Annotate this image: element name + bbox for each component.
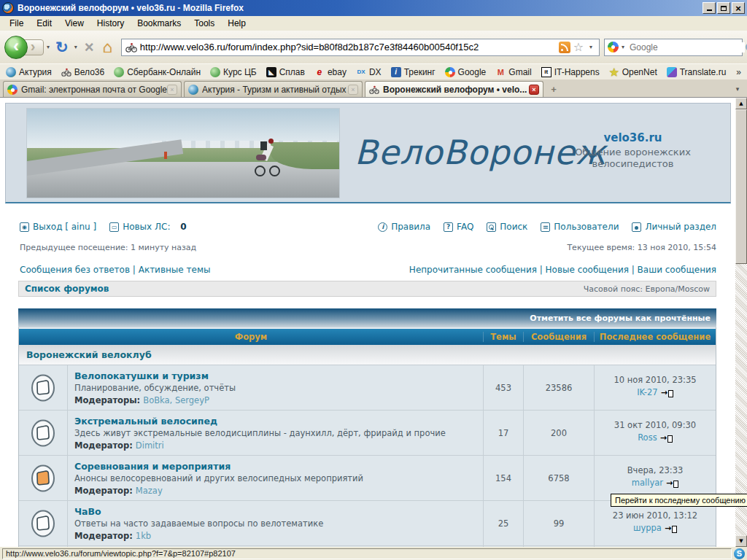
unanswered-active-links[interactable]: Сообщения без ответов | Активные темы <box>20 265 210 275</box>
tracking-icon <box>391 67 401 77</box>
mark-read-bar: Отметить все форумы как прочтённые <box>18 308 716 327</box>
bookmark-it-happens[interactable]: IT-Happens <box>541 67 600 77</box>
table-row: Экстремальный велосипед Здесь живут экст… <box>19 411 716 456</box>
site-subtitle: Общение воронежских велосипедистов <box>547 147 719 171</box>
forum-link[interactable]: Велопокатушки и туризм <box>74 370 209 381</box>
rules-link[interactable]: Правила <box>378 222 430 232</box>
last-post-date: Вчера, 23:33 <box>627 465 684 475</box>
menu-file[interactable]: File <box>3 17 30 30</box>
category-link[interactable]: Воронежский велоклуб <box>26 349 152 360</box>
goto-last-post-icon[interactable] <box>660 432 673 445</box>
close-button[interactable] <box>732 2 745 14</box>
bicycle-icon <box>61 67 71 77</box>
home-button[interactable] <box>98 38 117 57</box>
goto-last-post-icon[interactable] <box>665 523 677 535</box>
url-bar[interactable] <box>121 39 600 56</box>
menu-history[interactable]: History <box>90 17 131 30</box>
moderator-link[interactable]: Dimitri <box>136 440 164 451</box>
reload-button[interactable] <box>53 39 71 56</box>
goto-last-post-icon[interactable] <box>666 478 678 490</box>
topics-count: 25 <box>483 501 523 545</box>
bookmark-translate[interactable]: Translate.ru <box>667 67 727 77</box>
tab-veloforum-active[interactable]: Воронежский велофорум • velo... <box>365 81 543 97</box>
search-input[interactable] <box>627 42 745 52</box>
bookmark-gmail[interactable]: Gmail <box>495 67 531 77</box>
members-link[interactable]: Пользователи <box>541 222 619 232</box>
status-bar: http://www.velo36.ru/forum/viewtopic.php… <box>0 547 747 560</box>
url-input[interactable] <box>140 42 559 52</box>
bookmark-treking[interactable]: Трекинг <box>391 67 436 77</box>
ucp-link[interactable]: Личный раздел <box>632 222 716 232</box>
last-post-user-link[interactable]: IK-27 <box>637 387 658 397</box>
menu-bookmarks[interactable]: Bookmarks <box>131 17 187 30</box>
question-icon <box>444 222 453 232</box>
last-post-user-link[interactable]: шурра <box>633 523 662 533</box>
google-engine-icon[interactable] <box>608 42 619 52</box>
moderator-link[interactable]: Mazay <box>136 486 163 496</box>
globe-favicon-icon <box>188 85 198 95</box>
user-links-bar: Выход [ ainu ] Новых ЛС: 0 Правила FAQ П… <box>20 222 716 232</box>
forum-link[interactable]: Соревнования и мероприятия <box>74 461 231 472</box>
search-link[interactable]: Поиск <box>487 222 527 232</box>
minimize-button[interactable] <box>703 2 716 14</box>
vertical-scrollbar[interactable] <box>735 98 747 547</box>
url-dropdown-icon[interactable] <box>587 44 595 50</box>
bookmark-dx[interactable]: DX <box>356 67 382 77</box>
tab-list-dropdown-icon[interactable] <box>731 82 744 96</box>
faq-link[interactable]: FAQ <box>444 222 473 232</box>
logout-link[interactable]: Выход [ ainu ] <box>20 222 96 232</box>
tab-close-icon[interactable] <box>348 85 358 95</box>
moderator-link[interactable]: BoBka, SergeyP <box>143 395 209 405</box>
bookmark-velo36[interactable]: Вело36 <box>61 67 104 77</box>
tab-akturia[interactable]: Актурия - Туризм и активный отдых <box>184 81 363 97</box>
bookmark-star-icon[interactable] <box>570 40 587 54</box>
unread-new-your-links[interactable]: Непрочитанные сообщения | Новые сообщени… <box>409 265 716 275</box>
timezone-text: Часовой пояс: Европа/Moscow <box>584 284 710 294</box>
new-tab-button[interactable] <box>546 82 562 96</box>
mark-forums-read-link[interactable]: Отметить все форумы как прочтённые <box>530 314 711 323</box>
tab-close-icon[interactable] <box>529 85 539 95</box>
menu-help[interactable]: Help <box>221 17 252 30</box>
private-messages-link[interactable]: Новых ЛС: 0 <box>109 222 186 232</box>
last-post-user-link[interactable]: mallyar <box>632 478 663 488</box>
bookmark-kurs-cb[interactable]: Курс ЦБ <box>210 67 257 77</box>
forum-link[interactable]: Экстремальный велосипед <box>74 416 217 427</box>
bookmark-opennet[interactable]: OpenNet <box>609 67 657 77</box>
reload-dropdown-icon[interactable] <box>71 44 80 50</box>
goto-last-post-icon[interactable] <box>661 387 673 400</box>
bookmark-akturia[interactable]: Актурия <box>6 67 52 77</box>
menu-view[interactable]: View <box>58 17 90 30</box>
table-row: Вопрос - ответ <box>19 546 716 547</box>
menu-edit[interactable]: Edit <box>30 17 58 30</box>
moderator-link[interactable]: 1kb <box>136 531 151 541</box>
search-box[interactable] <box>604 39 743 56</box>
forum-link[interactable]: ЧаВо <box>74 506 101 517</box>
tab-close-icon[interactable] <box>167 85 177 95</box>
last-post-date: 23 июн 2010, 13:12 <box>613 510 697 521</box>
topics-count: 17 <box>483 411 523 455</box>
last-post-user-link[interactable]: Ross <box>638 432 657 443</box>
engine-dropdown-icon[interactable] <box>619 44 627 50</box>
skype-extension-icon[interactable] <box>734 548 745 559</box>
status-url-text: http://www.velo36.ru/forum/viewtopic.php… <box>2 548 732 559</box>
bookmarks-overflow-icon[interactable] <box>736 67 741 77</box>
bookmark-ebay[interactable]: ebay <box>314 67 347 77</box>
scroll-up-icon[interactable] <box>735 98 747 109</box>
stop-button[interactable] <box>80 38 98 57</box>
bookmark-splav[interactable]: Сплав <box>266 67 305 77</box>
header-posts: Сообщения <box>523 332 594 342</box>
board-index-link[interactable]: Список форумов <box>25 284 109 294</box>
rss-icon[interactable] <box>559 42 570 53</box>
user-icon <box>632 222 641 232</box>
tab-gmail[interactable]: Gmail: электронная почта от Google <box>3 81 182 97</box>
bookmark-google[interactable]: Google <box>445 67 487 77</box>
restore-button[interactable] <box>717 2 730 14</box>
scrollbar-thumb[interactable] <box>735 109 747 264</box>
it-happens-icon <box>541 67 551 77</box>
menu-tools[interactable]: Tools <box>187 17 221 30</box>
forum-table: Форум Темы Сообщения Последнее сообщение… <box>18 327 716 547</box>
back-button[interactable] <box>4 36 28 59</box>
scroll-down-icon[interactable] <box>735 535 747 547</box>
history-dropdown-icon[interactable] <box>44 44 53 50</box>
bookmark-sberbank[interactable]: Сбербанк-Онлайн <box>114 67 201 77</box>
